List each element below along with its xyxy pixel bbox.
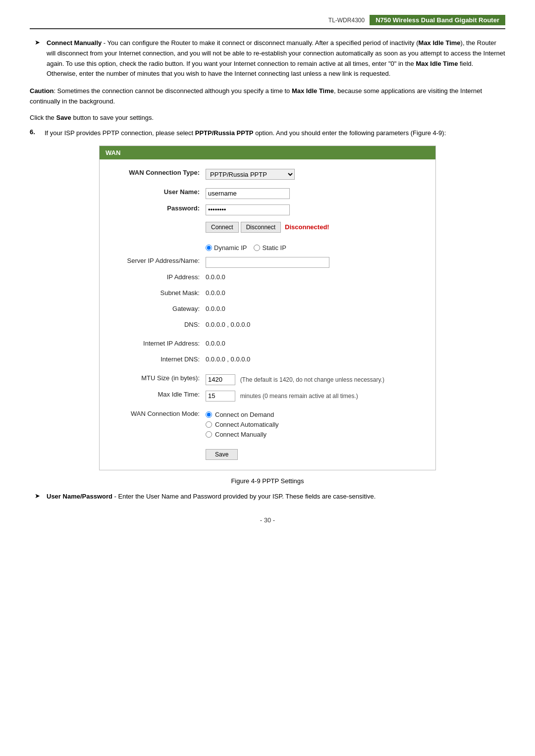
wan-save-button[interactable]: Save [206,449,238,460]
wan-ip-address-label: IP Address: [107,272,206,281]
max-idle-time-ref2: Max Idle Time [416,60,458,67]
connect-demand-radio[interactable] [206,411,212,418]
bullet-username-password: ➤ User Name/Password - Enter the User Na… [30,492,505,502]
wan-internet-dns-row: Internet DNS: 0.0.0.0 , 0.0.0.0 [107,354,428,366]
wan-mtu-label: MTU Size (in bytes): [107,373,206,382]
wan-ip-type-radios: Dynamic IP Static IP [206,243,428,252]
wan-max-idle-input[interactable] [206,391,235,402]
wan-server-ip-value[interactable] [206,255,428,268]
static-ip-label[interactable]: Static IP [254,244,286,252]
wan-body: WAN Connection Type: PPTP/Russia PPTP Us… [100,159,435,470]
wan-mtu-value: (The default is 1420, do not change unle… [206,373,428,385]
connect-manual-option[interactable]: Connect Manually [206,431,428,438]
caution-max-idle: Max Idle Time [292,87,334,95]
wan-internet-ip-value: 0.0.0.0 [206,338,428,347]
wan-server-ip-label: Server IP Address/Name: [107,255,206,264]
connect-auto-radio[interactable] [206,421,212,428]
wan-max-idle-label: Max Idle Time: [107,389,206,398]
dynamic-ip-radio[interactable] [206,245,212,251]
wan-dns-row: DNS: 0.0.0.0 , 0.0.0.0 [107,319,428,331]
wan-subnet-mask-label: Subnet Mask: [107,288,206,297]
wan-username-value[interactable] [206,187,428,199]
username-password-dash: - [112,493,116,500]
connect-manual-radio[interactable] [206,431,212,438]
wan-max-idle-value: minutes (0 means remain active at all ti… [206,389,428,402]
max-idle-time-ref1: Max Idle Time [419,39,461,47]
wan-connection-mode-value: Connect on Demand Connect Automatically … [206,408,428,438]
wan-ip-type-spacer [107,240,206,241]
save-line: Click the Save button to save your setti… [30,114,505,121]
wan-mtu-input[interactable] [206,374,235,385]
connect-demand-label: Connect on Demand [215,411,274,418]
wan-username-row: User Name: [107,187,428,199]
static-ip-text: Static IP [262,244,286,252]
caution-label: Caution [30,87,54,95]
wan-mode-radio-group: Connect on Demand Connect Automatically … [206,411,428,438]
numbered-6-num: 6. [30,128,45,139]
wan-internet-dns-value: 0.0.0.0 , 0.0.0.0 [206,354,428,363]
bullet-arrow-1: ➤ [35,39,44,79]
connect-manually-dash: - [102,39,106,47]
caution-block: Caution: Sometimes the connection cannot… [30,86,505,107]
connect-auto-option[interactable]: Connect Automatically [206,421,428,428]
wan-username-input[interactable] [206,188,290,199]
wan-connect-buttons: Connect Disconnect Disconnected! [206,220,428,233]
caution-text1: : Sometimes the connection cannot be dis… [54,87,292,95]
wan-mtu-row: MTU Size (in bytes): (The default is 142… [107,373,428,385]
pptp-option-label: PPTP/Russia PPTP [195,129,254,137]
wan-ip-type-row: Dynamic IP Static IP [107,240,428,252]
wan-connection-type-value[interactable]: PPTP/Russia PPTP [206,167,428,180]
wan-gateway-row: Gateway: 0.0.0.0 [107,303,428,315]
bullet-username-password-content: User Name/Password - Enter the User Name… [47,492,505,502]
bullet-arrow-2: ➤ [35,492,44,502]
figure-caption: Figure 4-9 PPTP Settings [30,477,505,485]
wan-table: WAN WAN Connection Type: PPTP/Russia PPT… [99,146,436,470]
connect-auto-label: Connect Automatically [215,421,279,428]
disconnect-button[interactable]: Disconnect [241,222,281,233]
page-number: - 30 - [30,516,505,524]
wan-max-idle-row: Max Idle Time: minutes (0 means remain a… [107,389,428,402]
wan-dns-label: DNS: [107,319,206,328]
static-ip-radio[interactable] [254,245,260,251]
wan-connection-type-label: WAN Connection Type: [107,167,206,176]
connect-demand-option[interactable]: Connect on Demand [206,411,428,418]
wan-save-row: Save [107,445,428,462]
numbered-6-text1: If your ISP provides PPTP connection, pl… [45,129,195,137]
wan-ip-address-value: 0.0.0.0 [206,272,428,281]
wan-connect-spacer [107,219,206,221]
wan-dns-value: 0.0.0.0 , 0.0.0.0 [206,319,428,328]
wan-internet-ip-row: Internet IP Address: 0.0.0.0 [107,338,428,350]
wan-internet-dns-label: Internet DNS: [107,354,206,363]
save-line-text1: Click the [30,114,56,121]
numbered-6-content: If your ISP provides PPTP connection, pl… [45,128,505,139]
wan-server-ip-row: Server IP Address/Name: [107,255,428,268]
wan-header: WAN [100,146,435,159]
wan-connection-type-row: WAN Connection Type: PPTP/Russia PPTP [107,167,428,180]
bullet-connect-manually-content: Connect Manually - You can configure the… [47,38,505,79]
wan-subnet-mask-value: 0.0.0.0 [206,288,428,297]
model-label: TL-WDR4300 [328,17,365,24]
connect-button[interactable]: Connect [206,222,239,233]
wan-subnet-mask-row: Subnet Mask: 0.0.0.0 [107,288,428,300]
dynamic-ip-label[interactable]: Dynamic IP [206,244,247,252]
wan-gateway-label: Gateway: [107,303,206,312]
username-password-text: Enter the User Name and Password provide… [116,493,375,500]
username-password-label: User Name/Password [47,493,112,500]
wan-connection-mode-label: WAN Connection Mode: [107,408,206,417]
wan-connection-mode-row: WAN Connection Mode: Connect on Demand C… [107,408,428,438]
connect-manually-label: Connect Manually [47,39,102,47]
save-line-text2: button to save your settings. [71,114,154,121]
wan-username-label: User Name: [107,187,206,196]
numbered-6-text2: option. And you should enter the followi… [254,129,446,137]
wan-max-idle-note: minutes (0 means remain active at all ti… [240,393,358,400]
wan-connection-type-select[interactable]: PPTP/Russia PPTP [206,169,295,180]
wan-password-value[interactable] [206,203,428,215]
wan-ip-address-row: IP Address: 0.0.0.0 [107,272,428,284]
wan-password-input[interactable] [206,204,290,215]
wan-server-ip-input[interactable] [206,257,329,268]
wan-password-label: Password: [107,203,206,212]
wan-gateway-value: 0.0.0.0 [206,303,428,312]
header-bar: TL-WDR4300 N750 Wireless Dual Band Gigab… [30,15,505,29]
dynamic-ip-text: Dynamic IP [214,244,247,252]
wan-connect-row: Connect Disconnect Disconnected! [107,219,428,233]
